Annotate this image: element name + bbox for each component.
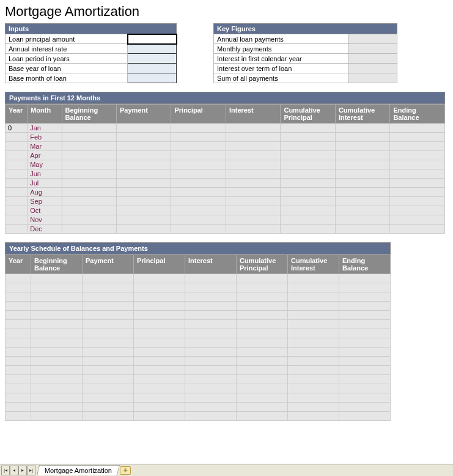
months-year-cell[interactable] bbox=[6, 197, 28, 206]
months-data-cell[interactable] bbox=[335, 133, 389, 142]
yearly-data-cell[interactable] bbox=[6, 403, 31, 412]
yearly-data-cell[interactable] bbox=[237, 329, 288, 338]
months-data-cell[interactable] bbox=[116, 179, 171, 188]
yearly-data-cell[interactable] bbox=[288, 320, 339, 329]
yearly-data-cell[interactable] bbox=[31, 274, 83, 283]
yearly-data-cell[interactable] bbox=[31, 393, 83, 403]
yearly-data-cell[interactable] bbox=[288, 393, 339, 403]
months-data-cell[interactable] bbox=[62, 206, 116, 215]
months-data-cell[interactable] bbox=[226, 225, 280, 234]
yearly-data-cell[interactable] bbox=[6, 320, 31, 329]
months-data-cell[interactable] bbox=[116, 225, 171, 234]
yearly-data-cell[interactable] bbox=[288, 403, 339, 412]
yearly-data-cell[interactable] bbox=[83, 366, 134, 375]
yearly-data-cell[interactable] bbox=[339, 311, 391, 320]
months-data-cell[interactable] bbox=[116, 151, 171, 160]
months-year-cell[interactable] bbox=[6, 151, 28, 160]
yearly-data-cell[interactable] bbox=[237, 292, 288, 302]
yearly-data-cell[interactable] bbox=[185, 348, 237, 357]
months-data-cell[interactable] bbox=[171, 133, 226, 142]
months-data-cell[interactable] bbox=[390, 142, 445, 151]
months-data-cell[interactable] bbox=[390, 188, 445, 197]
yearly-data-cell[interactable] bbox=[31, 375, 83, 384]
yearly-data-cell[interactable] bbox=[134, 338, 185, 348]
yearly-data-cell[interactable] bbox=[185, 375, 237, 384]
yearly-data-cell[interactable] bbox=[288, 329, 339, 338]
tab-nav-last-icon[interactable]: ▸| bbox=[27, 466, 35, 475]
yearly-data-cell[interactable] bbox=[134, 357, 185, 366]
months-data-cell[interactable] bbox=[335, 151, 389, 160]
tab-nav-first-icon[interactable]: |◂ bbox=[1, 466, 10, 475]
months-data-cell[interactable] bbox=[116, 169, 171, 179]
months-month-cell[interactable]: May bbox=[28, 160, 62, 169]
yearly-data-cell[interactable] bbox=[339, 274, 391, 283]
months-data-cell[interactable] bbox=[335, 197, 389, 206]
input-cell[interactable] bbox=[128, 44, 177, 54]
yearly-data-cell[interactable] bbox=[6, 329, 31, 338]
yearly-data-cell[interactable] bbox=[134, 403, 185, 412]
yearly-data-cell[interactable] bbox=[339, 375, 391, 384]
yearly-data-cell[interactable] bbox=[83, 302, 134, 311]
months-data-cell[interactable] bbox=[226, 206, 280, 215]
months-data-cell[interactable] bbox=[226, 169, 280, 179]
yearly-data-cell[interactable] bbox=[288, 338, 339, 348]
yearly-data-cell[interactable] bbox=[339, 338, 391, 348]
months-year-cell[interactable] bbox=[6, 179, 28, 188]
months-data-cell[interactable] bbox=[171, 225, 226, 234]
new-sheet-icon[interactable]: ✳ bbox=[120, 466, 131, 475]
months-year-cell[interactable] bbox=[6, 225, 28, 234]
yearly-data-cell[interactable] bbox=[339, 302, 391, 311]
months-year-cell[interactable] bbox=[6, 188, 28, 197]
yearly-data-cell[interactable] bbox=[339, 329, 391, 338]
months-data-cell[interactable] bbox=[116, 188, 171, 197]
yearly-data-cell[interactable] bbox=[134, 311, 185, 320]
months-data-cell[interactable] bbox=[171, 124, 226, 133]
months-data-cell[interactable] bbox=[226, 197, 280, 206]
yearly-data-cell[interactable] bbox=[83, 283, 134, 292]
yearly-data-cell[interactable] bbox=[185, 384, 237, 393]
yearly-data-cell[interactable] bbox=[339, 366, 391, 375]
months-data-cell[interactable] bbox=[281, 142, 335, 151]
yearly-data-cell[interactable] bbox=[185, 292, 237, 302]
months-data-cell[interactable] bbox=[116, 206, 171, 215]
months-data-cell[interactable] bbox=[390, 206, 445, 215]
months-data-cell[interactable] bbox=[390, 197, 445, 206]
yearly-data-cell[interactable] bbox=[288, 348, 339, 357]
months-data-cell[interactable] bbox=[390, 160, 445, 169]
yearly-data-cell[interactable] bbox=[31, 403, 83, 412]
months-data-cell[interactable] bbox=[171, 197, 226, 206]
months-data-cell[interactable] bbox=[62, 179, 116, 188]
yearly-data-cell[interactable] bbox=[134, 302, 185, 311]
yearly-data-cell[interactable] bbox=[134, 283, 185, 292]
months-data-cell[interactable] bbox=[171, 142, 226, 151]
yearly-data-cell[interactable] bbox=[6, 302, 31, 311]
months-month-cell[interactable]: Dec bbox=[28, 225, 62, 234]
yearly-data-cell[interactable] bbox=[83, 320, 134, 329]
yearly-data-cell[interactable] bbox=[288, 366, 339, 375]
yearly-data-cell[interactable] bbox=[31, 366, 83, 375]
months-data-cell[interactable] bbox=[390, 215, 445, 225]
months-data-cell[interactable] bbox=[171, 160, 226, 169]
yearly-data-cell[interactable] bbox=[185, 357, 237, 366]
yearly-data-cell[interactable] bbox=[83, 338, 134, 348]
months-data-cell[interactable] bbox=[226, 124, 280, 133]
yearly-data-cell[interactable] bbox=[237, 375, 288, 384]
yearly-data-cell[interactable] bbox=[6, 357, 31, 366]
months-data-cell[interactable] bbox=[116, 124, 171, 133]
yearly-data-cell[interactable] bbox=[6, 274, 31, 283]
yearly-data-cell[interactable] bbox=[185, 302, 237, 311]
yearly-data-cell[interactable] bbox=[185, 403, 237, 412]
yearly-data-cell[interactable] bbox=[6, 311, 31, 320]
yearly-data-cell[interactable] bbox=[237, 384, 288, 393]
yearly-data-cell[interactable] bbox=[237, 348, 288, 357]
yearly-data-cell[interactable] bbox=[83, 348, 134, 357]
yearly-data-cell[interactable] bbox=[339, 357, 391, 366]
months-data-cell[interactable] bbox=[281, 179, 335, 188]
input-cell[interactable] bbox=[128, 64, 177, 73]
yearly-data-cell[interactable] bbox=[6, 393, 31, 403]
yearly-data-cell[interactable] bbox=[237, 366, 288, 375]
sheet-tab-active[interactable]: Mortgage Amortization bbox=[37, 465, 120, 475]
input-cell[interactable] bbox=[128, 54, 177, 64]
months-data-cell[interactable] bbox=[390, 151, 445, 160]
yearly-data-cell[interactable] bbox=[31, 292, 83, 302]
